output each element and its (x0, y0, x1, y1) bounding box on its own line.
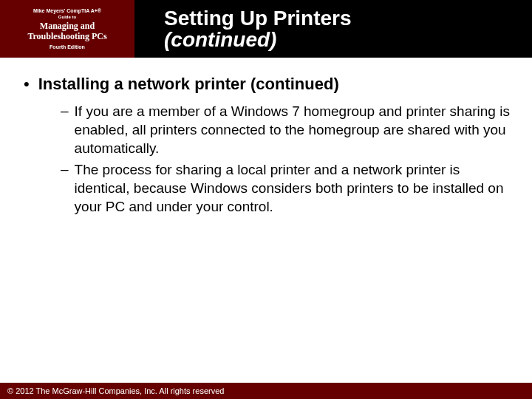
copyright-text: © 2012 The McGraw-Hill Companies, Inc. A… (7, 386, 224, 395)
bullet-level2: – The process for sharing a local printe… (61, 160, 511, 216)
book-title-line1: Managing and (40, 21, 95, 32)
bullet-level2-text: If you are a member of a Windows 7 homeg… (75, 102, 511, 157)
sub-bullet-list: – If you are a member of a Windows 7 hom… (61, 102, 511, 216)
slide-header: Mike Meyers' CompTIA A+® Guide to Managi… (0, 0, 532, 58)
book-series: Mike Meyers' CompTIA A+® (33, 8, 101, 14)
slide-title-block: Setting Up Printers (continued) (134, 0, 532, 58)
slide-title-continued: (continued) (164, 29, 532, 50)
bullet-level2-text: The process for sharing a local printer … (75, 160, 511, 216)
bullet-level1-text: Installing a network printer (continued) (38, 74, 339, 95)
bullet-dash-icon: – (61, 160, 69, 179)
bullet-dash-icon: – (61, 102, 69, 120)
slide: Mike Meyers' CompTIA A+® Guide to Managi… (0, 0, 532, 399)
slide-content: • Installing a network printer (continue… (0, 58, 532, 216)
book-guide-to: Guide to (58, 15, 76, 20)
book-edition: Fourth Edition (50, 44, 85, 50)
bullet-level1: • Installing a network printer (continue… (21, 74, 511, 95)
slide-title: Setting Up Printers (164, 7, 532, 29)
bullet-level2: – If you are a member of a Windows 7 hom… (61, 102, 511, 157)
book-title-line2: Troubleshooting PCs (27, 32, 106, 42)
book-info-block: Mike Meyers' CompTIA A+® Guide to Managi… (0, 0, 134, 58)
slide-footer: © 2012 The McGraw-Hill Companies, Inc. A… (0, 383, 532, 399)
bullet-dot-icon: • (24, 76, 30, 92)
